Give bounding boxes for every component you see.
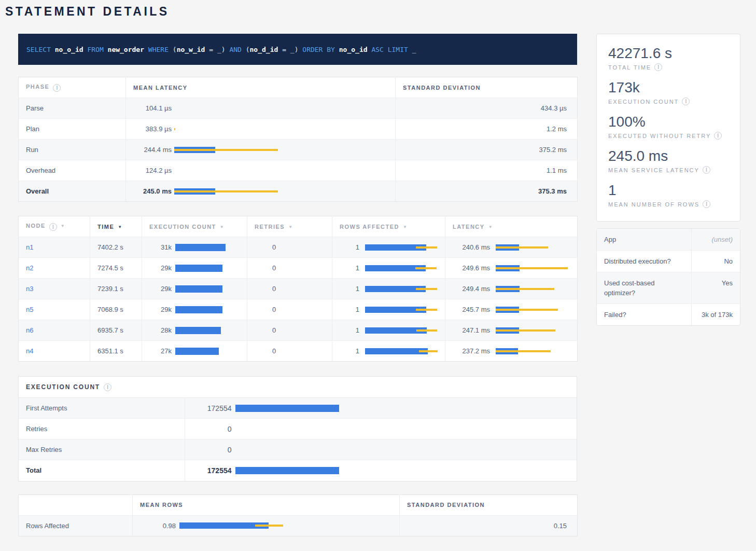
attribute-value: Yes <box>691 272 740 304</box>
rows-affected-table: Mean Rows Standard Deviation Rows Affect… <box>18 494 578 536</box>
mean-bar-segment <box>175 244 226 251</box>
rows-bar <box>365 327 437 334</box>
info-icon[interactable]: i <box>654 63 662 71</box>
stddev-line-segment <box>255 525 283 527</box>
column-header-time[interactable]: Time▼ <box>90 216 142 237</box>
time-value: 7274.5 s <box>90 258 142 279</box>
retries-value: 0 <box>247 279 332 299</box>
table-row: First Attempts 172554 <box>19 398 577 419</box>
retries-value: 0 <box>247 341 332 362</box>
info-icon[interactable]: i <box>682 98 690 105</box>
sql-keyword: LIMIT <box>388 46 408 53</box>
mean-bar-segment <box>175 285 222 293</box>
exec-count-value: 172554 <box>192 466 232 475</box>
stddev-line-segment <box>416 309 437 311</box>
node-link[interactable]: n2 <box>26 264 33 272</box>
attribute-value: 3k of 173k <box>691 304 740 326</box>
column-header-retries[interactable]: Retries▼ <box>247 216 332 237</box>
stat-total-time: 42271.6 s Total Timei <box>608 45 729 71</box>
mean-bar-segment <box>175 306 222 313</box>
column-header-execution-count[interactable]: Execution Count▼ <box>142 216 247 237</box>
phase-latency-table: Phasei Mean Latency Standard Deviation P… <box>18 77 578 202</box>
info-icon[interactable]: i <box>104 383 111 391</box>
sort-arrow-icon[interactable]: ▼ <box>288 225 292 229</box>
stddev-line-segment <box>496 246 548 249</box>
count-bar <box>175 265 222 272</box>
sql-keyword: SELECT <box>26 46 51 53</box>
execution-count-value: 29k <box>149 264 172 272</box>
table-row: n46351.1 s27k01237.2 ms <box>19 341 578 362</box>
rows-affected-value: 1 <box>340 306 359 313</box>
table-row: n57068.9 s29k01245.7 ms <box>19 299 578 320</box>
stddev-line-segment <box>416 288 437 290</box>
node-link[interactable]: n4 <box>26 347 33 355</box>
attribute-label: Failed? <box>597 304 691 326</box>
info-icon[interactable]: i <box>703 200 710 208</box>
sort-arrow-icon[interactable]: ▼ <box>220 225 224 229</box>
stddev-line-segment <box>416 246 437 249</box>
exec-row-label: Total <box>19 460 185 481</box>
latency-bar <box>496 265 568 271</box>
info-icon[interactable]: i <box>49 223 57 231</box>
stat-value: 1 <box>608 182 729 199</box>
sort-arrow-icon[interactable]: ▼ <box>403 225 407 229</box>
summary-stats-card: 42271.6 s Total Timei 173k Execution Cou… <box>596 34 740 222</box>
exec-count-value: 0 <box>192 446 232 454</box>
column-header-rows-affected[interactable]: Rows Affected▼ <box>332 216 445 237</box>
stddev-line-segment <box>496 267 568 269</box>
stddev-line-segment <box>496 350 551 352</box>
column-header-latency[interactable]: Latency▼ <box>445 216 578 237</box>
rows-affected-label: Rows Affected <box>19 515 133 536</box>
rows-bar <box>365 265 437 271</box>
execution-count-section-title: Execution Count i <box>19 377 577 397</box>
sql-identifier: no_o_id <box>339 46 368 53</box>
sql-text: = _) <box>278 46 302 53</box>
node-link[interactable]: n5 <box>26 306 33 313</box>
latency-bar <box>496 307 558 313</box>
phase-label: Overall <box>19 181 126 202</box>
stat-label: Execution Count <box>608 99 679 105</box>
stddev-line-segment <box>415 267 437 269</box>
sql-identifier: no_o_id <box>55 46 83 53</box>
table-row: Retries 0 <box>19 419 577 439</box>
latency-bar <box>496 286 554 292</box>
rows-affected-value: 1 <box>340 243 359 251</box>
time-value: 7402.2 s <box>90 237 142 258</box>
sql-text <box>104 46 108 53</box>
mean-latency-value: 383.9 µs <box>133 125 172 133</box>
column-header-node[interactable]: Nodei▼ <box>19 216 90 237</box>
sql-text <box>335 46 339 53</box>
latency-bar <box>496 327 555 334</box>
stat-executed-without-retry: 100% Executed without Retryi <box>608 113 729 140</box>
time-value: 7239.1 s <box>90 279 142 299</box>
sort-arrow-icon[interactable]: ▼ <box>61 224 65 228</box>
column-header-standard-deviation: Standard Deviation <box>396 77 578 98</box>
node-link[interactable]: n3 <box>26 285 33 293</box>
sort-arrow-icon[interactable]: ▼ <box>488 225 493 229</box>
info-icon[interactable]: i <box>703 166 710 174</box>
sort-arrow-icon[interactable]: ▼ <box>118 225 122 229</box>
stat-mean-service-latency: 245.0 ms Mean Service Latencyi <box>608 147 729 174</box>
attribute-value: No <box>691 251 740 272</box>
rows-bar <box>365 286 437 292</box>
info-icon[interactable]: i <box>714 132 722 140</box>
stat-value: 42271.6 s <box>608 45 729 62</box>
column-header-label: Latency <box>453 224 485 230</box>
latency-value: 249.4 ms <box>453 285 490 293</box>
attribute-label: App <box>597 229 691 251</box>
statement-details-page: STATEMENT DETAILS SELECT no_o_id FROM ne… <box>0 0 756 551</box>
info-icon[interactable]: i <box>53 84 61 92</box>
node-link[interactable]: n1 <box>26 243 33 251</box>
execution-count-value: 29k <box>149 285 172 293</box>
sidebar: 42271.6 s Total Timei 173k Execution Cou… <box>596 34 740 326</box>
node-statistics-table: Nodei▼ Time▼ Execution Count▼ Retries▼ R… <box>18 216 578 362</box>
sql-text <box>144 46 148 53</box>
exec-row-label: Retries <box>19 419 185 439</box>
column-header-mean-latency: Mean Latency <box>126 77 396 98</box>
std-dev-value: 434.3 µs <box>396 98 578 119</box>
retries-value: 0 <box>247 237 332 258</box>
mean-bar-segment <box>175 348 219 355</box>
node-link[interactable]: n6 <box>26 326 33 334</box>
table-row-overall: Overall 245.0 ms 375.3 ms <box>19 181 578 202</box>
column-header-label: Retries <box>255 224 285 230</box>
